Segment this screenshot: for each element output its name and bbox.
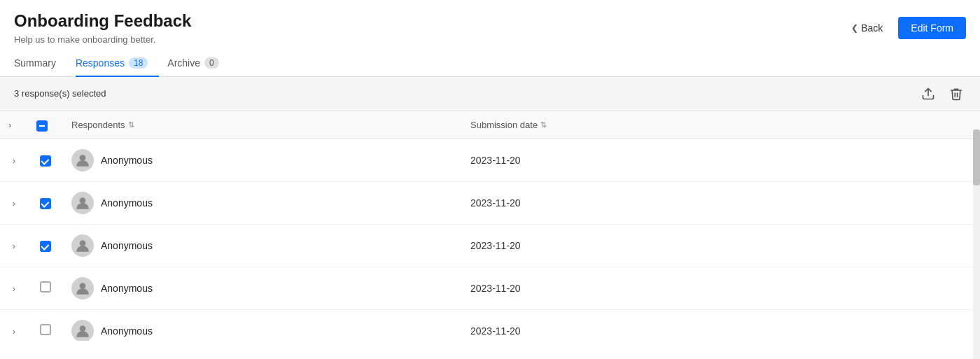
avatar (71, 234, 94, 257)
scrollbar-thumb[interactable] (973, 129, 980, 185)
row-checkbox[interactable] (40, 324, 51, 335)
avatar (71, 320, 94, 341)
header-right: ❮ Back Edit Form (844, 17, 966, 39)
export-button[interactable] (918, 84, 938, 104)
table-row: › Anonymous 2023-11-20 (0, 267, 980, 309)
avatar (71, 192, 94, 214)
check-cell[interactable] (28, 309, 63, 341)
tab-responses-label: Responses (76, 57, 125, 69)
col-header-check[interactable] (28, 111, 63, 139)
header-left: Onboarding Feedback Help us to make onbo… (14, 11, 191, 45)
row-checkbox[interactable] (40, 155, 51, 167)
expand-row-icon[interactable]: › (13, 155, 15, 166)
selection-actions (918, 84, 966, 104)
expand-row-icon[interactable]: › (13, 326, 15, 337)
respondent-name: Anonymous (101, 325, 153, 337)
check-cell[interactable] (28, 181, 63, 224)
tabs-bar: Summary Responses 18 Archive 0 (0, 50, 980, 77)
user-icon (73, 321, 92, 341)
user-icon (73, 193, 92, 213)
tab-responses-badge: 18 (129, 57, 148, 69)
responses-table-container: › Respondents ⇅ Submission date ⇅ (0, 111, 980, 341)
respondent-name: Anonymous (101, 240, 153, 251)
respondent-cell: Anonymous (63, 181, 462, 224)
respondent-cell: Anonymous (63, 267, 462, 309)
table-row: › Anonymous 2023-11-20 (0, 181, 980, 224)
expand-row-icon[interactable]: › (13, 283, 15, 294)
back-label: Back (861, 22, 883, 34)
expand-row-icon[interactable]: › (13, 241, 15, 251)
select-all-checkbox[interactable] (36, 120, 48, 132)
date-cell: 2023-11-20 (462, 267, 980, 309)
expand-cell[interactable]: › (0, 224, 28, 267)
edit-form-button[interactable]: Edit Form (898, 17, 966, 39)
col-header-date: Submission date ⇅ (462, 111, 980, 139)
delete-button[interactable] (946, 84, 966, 104)
col-header-expand: › (0, 111, 28, 139)
respondent-cell: Anonymous (63, 309, 462, 341)
row-checkbox[interactable] (40, 241, 51, 252)
col-date-label: Submission date (470, 120, 538, 130)
expand-cell[interactable]: › (0, 309, 28, 341)
row-checkbox[interactable] (40, 198, 51, 209)
respondent-cell: Anonymous (63, 139, 462, 181)
tab-responses[interactable]: Responses 18 (76, 50, 159, 77)
date-cell: 2023-11-20 (462, 181, 980, 224)
table-header-row: › Respondents ⇅ Submission date ⇅ (0, 111, 980, 139)
date-cell: 2023-11-20 (462, 139, 980, 181)
col-header-respondents: Respondents ⇅ (63, 111, 462, 139)
scrollbar[interactable] (973, 129, 980, 359)
svg-point-2 (80, 155, 86, 161)
responses-table: › Respondents ⇅ Submission date ⇅ (0, 111, 980, 341)
back-button[interactable]: ❮ Back (844, 18, 890, 38)
back-chevron-icon: ❮ (851, 23, 858, 33)
avatar (71, 277, 94, 300)
user-icon (73, 279, 92, 298)
page-subtitle: Help us to make onboarding better. (14, 34, 191, 45)
svg-point-10 (80, 325, 86, 332)
date-cell: 2023-11-20 (462, 309, 980, 341)
user-icon (73, 236, 92, 255)
expand-row-icon[interactable]: › (13, 198, 15, 209)
selection-text: 3 response(s) selected (14, 88, 106, 99)
date-sort-icon[interactable]: ⇅ (540, 120, 547, 129)
svg-point-4 (80, 197, 86, 204)
table-row: › Anonymous 2023-11-20 (0, 309, 980, 341)
expand-cell[interactable]: › (0, 267, 28, 309)
tab-summary[interactable]: Summary (14, 50, 67, 77)
avatar (71, 149, 94, 171)
expand-cell[interactable]: › (0, 139, 28, 181)
export-icon (921, 87, 935, 101)
tab-archive-label: Archive (167, 57, 200, 69)
table-row: › Anonymous 2023-11-20 (0, 224, 980, 267)
expand-all-icon[interactable]: › (8, 120, 11, 130)
tab-summary-label: Summary (14, 57, 56, 69)
respondents-sort-icon[interactable]: ⇅ (128, 120, 134, 129)
check-cell[interactable] (28, 139, 63, 181)
respondent-name: Anonymous (101, 283, 153, 294)
tab-archive[interactable]: Archive 0 (167, 50, 230, 77)
check-cell[interactable] (28, 224, 63, 267)
respondent-name: Anonymous (101, 197, 153, 209)
table-row: › Anonymous 2023-11-20 (0, 139, 980, 181)
respondent-name: Anonymous (101, 155, 153, 166)
row-checkbox[interactable] (40, 281, 51, 293)
page-title: Onboarding Feedback (14, 11, 191, 31)
tab-archive-badge: 0 (204, 57, 219, 69)
selection-bar: 3 response(s) selected (0, 77, 980, 111)
header: Onboarding Feedback Help us to make onbo… (0, 0, 980, 50)
user-icon (73, 150, 92, 170)
delete-icon (949, 87, 963, 101)
svg-point-6 (80, 240, 86, 246)
date-cell: 2023-11-20 (462, 224, 980, 267)
respondent-cell: Anonymous (63, 224, 462, 267)
expand-cell[interactable]: › (0, 181, 28, 224)
svg-point-8 (80, 283, 86, 289)
check-cell[interactable] (28, 267, 63, 309)
col-respondents-label: Respondents (71, 120, 125, 130)
